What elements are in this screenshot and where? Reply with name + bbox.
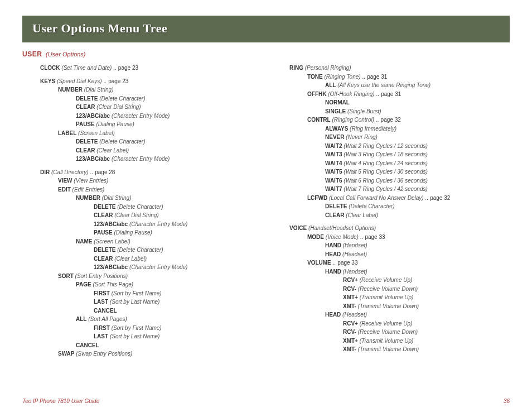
menu-entry: CLEAR (Clear Dial String) [22, 211, 260, 220]
menu-entry: RCV+ (Receive Volume Up) [272, 276, 510, 285]
menu-label: CLEAR [94, 212, 113, 218]
menu-desc: (Transmit Volume Down) [356, 346, 419, 352]
menu-entry: NUMBER (Dial String) [22, 194, 260, 203]
menu-entry: NAME (Screen Label) [22, 237, 260, 246]
menu-label: LAST [94, 333, 108, 339]
menu-desc: (Set Time and Date) [60, 65, 112, 71]
menu-desc: (Ring Immediately) [348, 126, 396, 132]
page-ref: page 31 [365, 74, 387, 80]
menu-entry: NORMAL [272, 98, 510, 107]
menu-label: PAGE [76, 281, 91, 288]
page-ref: page 32 [379, 117, 401, 123]
footer-page-number: 36 [504, 398, 510, 404]
menu-label: WAIT4 [325, 160, 342, 166]
menu-desc: (Wait 3 Ring Cycles / 18 seconds) [342, 151, 428, 157]
menu-entry: CONTRL (Ringing Control) ...............… [272, 116, 510, 124]
menu-entry: XMT+ (Transmit Volume Up) [272, 293, 510, 302]
menu-label: NUMBER [76, 195, 100, 201]
menu-label: HEAD [325, 312, 341, 318]
user-sub: (User Options) [46, 51, 86, 58]
menu-label: CLEAR [76, 104, 95, 110]
menu-entry: SWAP (Swap Entry Positions) [22, 349, 260, 358]
menu-label: CANCEL [94, 308, 117, 314]
menu-label: FIRST [94, 325, 110, 331]
menu-desc: (Voice Mode) [324, 234, 359, 240]
menu-label: LCFWD [307, 195, 327, 201]
menu-label: DELETE [76, 138, 98, 145]
menu-desc: (Character Entry Mode) [110, 156, 170, 162]
menu-entry: RCV- (Receive Volume Down) [272, 285, 510, 294]
menu-desc: (Transmit Volume Up) [358, 294, 413, 300]
menu-desc: (Receive Volume Up) [358, 320, 412, 327]
menu-desc: (Wait 6 Ring Cycles / 36 seconds) [342, 178, 428, 184]
menu-desc: (Screen Label) [76, 130, 114, 136]
menu-desc: (Clear Label) [95, 147, 129, 154]
menu-entry: CANCEL [22, 306, 260, 315]
footer: Teo IP Phone 7810 User Guide 36 [22, 398, 510, 404]
menu-entry: WAIT4 (Wait 4 Ring Cycles / 24 seconds) [272, 159, 510, 168]
menu-label: DELETE [94, 247, 115, 253]
page-title: User Options Menu Tree [32, 21, 167, 35]
menu-entry: WAIT6 (Wait 6 Ring Cycles / 36 seconds) [272, 176, 510, 185]
menu-entry: ALWAYS (Ring Immediately) [272, 124, 510, 133]
menu-entry: CLEAR (Clear Label) [22, 146, 260, 155]
menu-label: CONTRL [307, 117, 331, 123]
menu-entry: HEAD (Headset) [272, 250, 510, 259]
menu-desc: (Never Ring) [344, 134, 377, 140]
menu-label: NUMBER [58, 87, 83, 93]
menu-label: RING [289, 65, 303, 71]
menu-entry: VIEW (View Entries) [22, 176, 260, 185]
menu-entry: HAND (Handset) [272, 241, 510, 250]
menu-entry: WAIT5 (Wait 5 Ring Cycles / 30 seconds) [272, 167, 510, 176]
menu-label: HAND [325, 242, 341, 248]
menu-desc: (Handset/Headset Options) [307, 225, 376, 231]
menu-entry: PAUSE (Dialing Pause) [22, 120, 260, 129]
menu-entry: XMT- (Transmit Volume Down) [272, 302, 510, 311]
menu-entry: OFFHK (Off-Hook Ringing) ...............… [272, 90, 510, 99]
menu-label: WAIT2 [325, 143, 342, 149]
menu-label: 123/ABC/abc [76, 113, 110, 119]
page-ref: page 31 [379, 91, 401, 97]
page-ref: page 32 [428, 195, 450, 201]
menu-label: CLOCK [40, 65, 60, 71]
menu-entry: WAIT7 (Wait 7 Ring Cycles / 42 seconds) [272, 185, 510, 194]
menu-label: NAME [76, 238, 92, 245]
menu-entry: VOLUME .................................… [272, 258, 510, 267]
left-column: CLOCK (Set Time and Date) ..............… [22, 61, 260, 358]
menu-entry: NEVER (Never Ring) [272, 133, 510, 142]
menu-desc: (Transmit Volume Down) [356, 303, 419, 309]
right-column: RING (Personal Ringing)TONE (Ringing Ton… [272, 61, 510, 358]
page-ref: page 28 [93, 169, 115, 175]
menu-desc: (Clear Dial String) [113, 212, 158, 218]
menu-label: 123/ABC/abc [94, 221, 128, 227]
menu-label: PAUSE [76, 121, 95, 127]
menu-desc: (Sort This Page) [91, 281, 134, 288]
menu-entry: CLEAR (Clear Dial String) [22, 103, 260, 112]
menu-label: SINGLE [325, 108, 346, 114]
menu-desc: (Speed Dial Keys) [55, 78, 101, 84]
footer-left: Teo IP Phone 7810 User Guide [22, 398, 99, 404]
menu-label: LABEL [58, 130, 76, 136]
menu-label: WAIT3 [325, 151, 342, 157]
menu-desc: (Delete Character) [98, 95, 145, 102]
menu-label: RCV+ [343, 277, 358, 283]
menu-desc: (Headset) [341, 251, 367, 257]
menu-entry: PAGE (Sort This Page) [22, 280, 260, 289]
user-label: USER [22, 50, 42, 58]
menu-desc: (Character Entry Mode) [128, 221, 187, 227]
menu-entry: 123/ABC/abc (Character Entry Mode) [22, 155, 260, 164]
menu-desc: (Handset) [341, 269, 367, 275]
menu-entry: ALL (All Keys use the same Ringing Tone) [272, 81, 510, 90]
menu-label: RCV- [343, 329, 356, 335]
menu-label: ALWAYS [325, 126, 348, 132]
menu-entry: CLEAR (Clear Label) [272, 211, 510, 220]
menu-label: KEYS [40, 78, 55, 84]
menu-entry: DELETE (Delete Character) [22, 137, 260, 146]
menu-desc: (Off-Hook Ringing) [326, 91, 374, 97]
menu-label: ALL [325, 82, 336, 88]
menu-desc: (Dial String) [83, 87, 114, 93]
menu-label: DIR [40, 169, 50, 175]
menu-label: HAND [325, 269, 341, 275]
title-banner: User Options Menu Tree [22, 16, 510, 42]
menu-entry: 123/ABC/abc (Character Entry Mode) [22, 220, 260, 229]
